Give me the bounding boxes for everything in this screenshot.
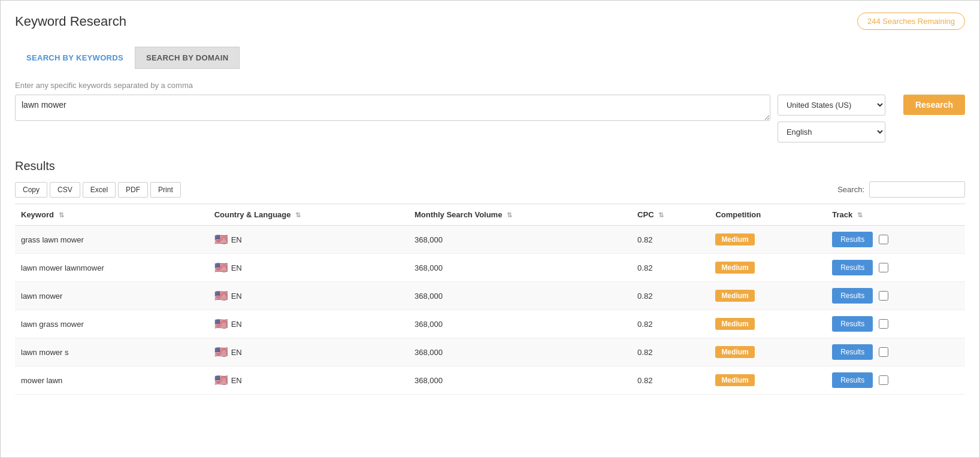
results-search-input[interactable] [869, 181, 965, 198]
lang-code: EN [231, 235, 242, 244]
pdf-button[interactable]: PDF [118, 182, 148, 198]
cell-track: Results [826, 310, 965, 338]
flag-icon: 🇺🇸 [214, 345, 228, 359]
excel-button[interactable]: Excel [83, 182, 116, 198]
cell-keyword: grass lawn mower [15, 226, 208, 254]
track-results-button[interactable]: Results [832, 232, 873, 247]
col-country-language: Country & Language ⇅ [208, 204, 409, 226]
csv-button[interactable]: CSV [50, 182, 80, 198]
tabs-container: SEARCH BY KEYWORDS SEARCH BY DOMAIN [15, 47, 965, 69]
research-button[interactable]: Research [903, 95, 965, 115]
lang-code: EN [231, 348, 242, 357]
track-results-button[interactable]: Results [832, 288, 873, 304]
sort-cpc-icon[interactable]: ⇅ [658, 211, 664, 219]
cell-country-language: 🇺🇸 EN [208, 282, 409, 310]
sort-country-icon[interactable]: ⇅ [295, 211, 301, 219]
cell-keyword: lawn mower [15, 282, 208, 310]
export-buttons: Copy CSV Excel PDF Print [15, 182, 181, 198]
flag-icon: 🇺🇸 [214, 261, 228, 274]
keyword-input[interactable]: lawn mower [15, 95, 770, 121]
table-row: mower lawn 🇺🇸 EN 368,000 0.82 Medium Res… [15, 366, 965, 395]
cell-competition: Medium [709, 282, 826, 310]
cell-cpc: 0.82 [631, 338, 709, 366]
search-filter: Search: [837, 181, 965, 198]
cell-competition: Medium [709, 338, 826, 366]
col-keyword: Keyword ⇅ [15, 204, 208, 226]
cell-cpc: 0.82 [631, 226, 709, 254]
cell-country-language: 🇺🇸 EN [208, 338, 409, 366]
cell-monthly-volume: 368,000 [409, 366, 631, 395]
cell-country-language: 🇺🇸 EN [208, 254, 409, 282]
cell-monthly-volume: 368,000 [409, 254, 631, 282]
flag-icon: 🇺🇸 [214, 233, 228, 246]
col-cpc: CPC ⇅ [631, 204, 709, 226]
track-results-button[interactable]: Results [832, 260, 873, 275]
lang-code: EN [231, 320, 242, 329]
cell-cpc: 0.82 [631, 366, 709, 395]
language-select[interactable]: English Spanish French [778, 122, 885, 142]
table-toolbar: Copy CSV Excel PDF Print Search: [15, 181, 965, 198]
results-table: Keyword ⇅ Country & Language ⇅ Monthly S… [15, 204, 965, 395]
right-controls: United States (US) United Kingdom (UK) C… [778, 95, 897, 142]
cell-keyword: mower lawn [15, 366, 208, 395]
results-title: Results [15, 159, 965, 173]
results-section: Results Copy CSV Excel PDF Print Search:… [15, 159, 965, 395]
tab-search-by-domain[interactable]: SEARCH BY DOMAIN [135, 47, 240, 69]
page-header: Keyword Research 244 Searches Remaining [15, 13, 965, 30]
flag-icon: 🇺🇸 [214, 317, 228, 330]
competition-badge: Medium [715, 318, 754, 330]
cell-track: Results [826, 254, 965, 282]
top-controls: United States (US) United Kingdom (UK) C… [778, 95, 965, 142]
copy-button[interactable]: Copy [15, 182, 47, 198]
track-results-button[interactable]: Results [832, 372, 873, 388]
cell-keyword: lawn mower lawnmower [15, 254, 208, 282]
print-button[interactable]: Print [150, 182, 181, 198]
competition-badge: Medium [715, 346, 754, 358]
table-row: lawn mower lawnmower 🇺🇸 EN 368,000 0.82 … [15, 254, 965, 282]
competition-badge: Medium [715, 262, 754, 274]
track-checkbox[interactable] [879, 347, 888, 357]
cell-competition: Medium [709, 366, 826, 395]
sort-volume-icon[interactable]: ⇅ [507, 211, 512, 219]
page-title: Keyword Research [15, 14, 126, 29]
cell-keyword: lawn mower s [15, 338, 208, 366]
track-checkbox[interactable] [879, 375, 888, 385]
track-checkbox[interactable] [879, 319, 888, 329]
table-row: grass lawn mower 🇺🇸 EN 368,000 0.82 Medi… [15, 226, 965, 254]
lang-code: EN [231, 376, 242, 385]
cell-competition: Medium [709, 226, 826, 254]
competition-badge: Medium [715, 374, 754, 386]
cell-country-language: 🇺🇸 EN [208, 310, 409, 338]
col-competition: Competition [709, 204, 826, 226]
cell-monthly-volume: 368,000 [409, 226, 631, 254]
cell-monthly-volume: 368,000 [409, 282, 631, 310]
track-checkbox[interactable] [879, 263, 888, 272]
flag-icon: 🇺🇸 [214, 374, 228, 387]
col-monthly-search-volume: Monthly Search Volume ⇅ [409, 204, 631, 226]
sort-keyword-icon[interactable]: ⇅ [59, 211, 64, 219]
track-checkbox[interactable] [879, 235, 888, 244]
track-results-button[interactable]: Results [832, 344, 873, 360]
cell-competition: Medium [709, 310, 826, 338]
cell-cpc: 0.82 [631, 282, 709, 310]
competition-badge: Medium [715, 233, 754, 245]
sort-track-icon[interactable]: ⇅ [857, 211, 863, 219]
table-row: lawn mower 🇺🇸 EN 368,000 0.82 Medium Res… [15, 282, 965, 310]
cell-competition: Medium [709, 254, 826, 282]
input-hint: Enter any specific keywords separated by… [15, 81, 965, 90]
lang-code: EN [231, 263, 242, 272]
cell-track: Results [826, 226, 965, 254]
flag-icon: 🇺🇸 [214, 289, 228, 302]
cell-track: Results [826, 338, 965, 366]
country-select[interactable]: United States (US) United Kingdom (UK) C… [778, 95, 885, 116]
cell-country-language: 🇺🇸 EN [208, 226, 409, 254]
cell-country-language: 🇺🇸 EN [208, 366, 409, 395]
competition-badge: Medium [715, 290, 754, 302]
track-results-button[interactable]: Results [832, 316, 873, 332]
cell-cpc: 0.82 [631, 310, 709, 338]
track-checkbox[interactable] [879, 291, 888, 301]
cell-monthly-volume: 368,000 [409, 338, 631, 366]
searches-remaining-badge: 244 Searches Remaining [857, 13, 965, 30]
cell-keyword: lawn grass mower [15, 310, 208, 338]
tab-search-by-keywords[interactable]: SEARCH BY KEYWORDS [15, 47, 135, 69]
